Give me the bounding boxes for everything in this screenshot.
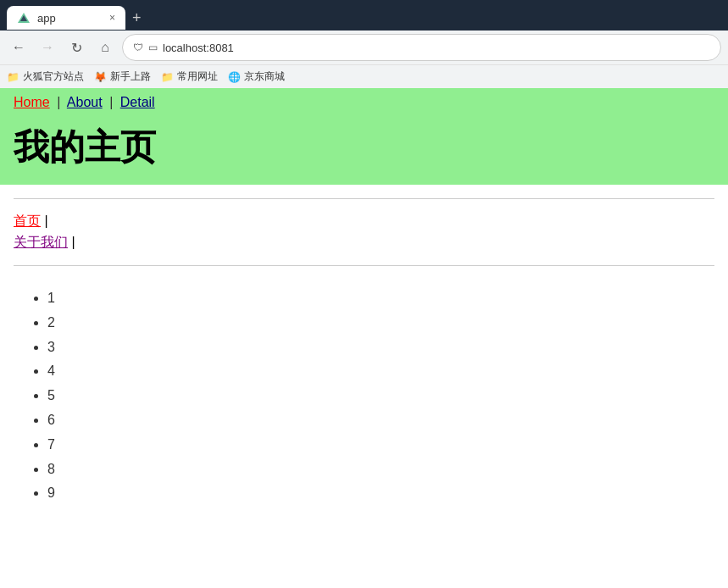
security-icon: 🛡 [133,42,143,53]
tab-favicon [17,11,31,25]
router-link-item-1: 关于我们 | [14,234,714,252]
number-list: 1 2 3 4 5 6 7 8 9 [27,286,714,506]
nav-sep-2: | [109,95,113,109]
bookmark-icon-2: 📁 [161,71,174,83]
tab-title: app [37,12,103,25]
bookmark-label-1: 新手上路 [110,69,151,84]
top-nav: Home | About | Detail [0,88,728,117]
content-area: 首页 | 关于我们 | 1 2 3 4 5 6 7 8 9 [0,185,728,519]
tab-bar: app × + [0,0,728,31]
bookmark-item-1[interactable]: 🦊 新手上路 [94,69,151,84]
list-item: 7 [47,433,714,458]
tab-close-button[interactable]: × [109,12,115,24]
bookmark-icon-1: 🦊 [94,71,107,83]
list-item: 9 [47,481,714,506]
bookmark-item-3[interactable]: 🌐 京东商城 [228,69,285,84]
list-item: 2 [47,311,714,336]
bookmark-item-2[interactable]: 📁 常用网址 [161,69,218,84]
list-item: 3 [47,336,714,360]
router-link-home[interactable]: 首页 [14,214,41,228]
bookmark-label-3: 京东商城 [244,69,285,84]
router-link-item-0: 首页 | [14,213,714,230]
address-bar[interactable]: 🛡 ▭ localhost:8081 [122,34,721,61]
page-content: Home | About | Detail 我的主页 首页 | 关于我们 | 1… [0,88,728,563]
page-icon: ▭ [148,42,158,53]
list-item: 6 [47,408,714,433]
router-link-sep-0: | [44,214,47,228]
router-link-about[interactable]: 关于我们 [14,235,68,249]
nav-link-about[interactable]: About [67,95,103,109]
list-item: 8 [47,458,714,482]
browser-tab[interactable]: app × [7,6,125,30]
bookmark-label-2: 常用网址 [177,69,218,84]
back-button[interactable]: ← [7,36,31,59]
home-button[interactable]: ⌂ [93,36,117,59]
bookmark-item-0[interactable]: 📁 火狐官方站点 [7,69,84,84]
nav-link-home[interactable]: Home [14,95,50,109]
browser-nav-bar: ← → ↻ ⌂ 🛡 ▭ localhost:8081 [0,31,728,64]
url-text: localhost:8081 [163,42,710,54]
list-item: 4 [47,359,714,384]
list-item: 5 [47,384,714,408]
bookmark-label-0: 火狐官方站点 [23,69,84,84]
bookmark-icon-3: 🌐 [228,71,241,83]
list-item: 1 [47,286,714,311]
bookmarks-bar: 📁 火狐官方站点 🦊 新手上路 📁 常用网址 🌐 京东商城 [0,64,728,88]
router-links-section: 首页 | 关于我们 | [14,198,714,266]
new-tab-button[interactable]: + [132,9,142,27]
refresh-button[interactable]: ↻ [64,36,88,59]
list-section: 1 2 3 4 5 6 7 8 9 [14,280,714,506]
router-link-sep-1: | [71,235,75,249]
page-title: 我的主页 [0,117,728,185]
forward-button[interactable]: → [36,36,59,59]
bookmark-icon-0: 📁 [7,71,19,83]
nav-sep-1: | [57,95,60,109]
browser-chrome: app × + ← → ↻ ⌂ 🛡 ▭ localhost:8081 📁 火狐官… [0,0,728,88]
nav-link-detail[interactable]: Detail [120,95,155,109]
